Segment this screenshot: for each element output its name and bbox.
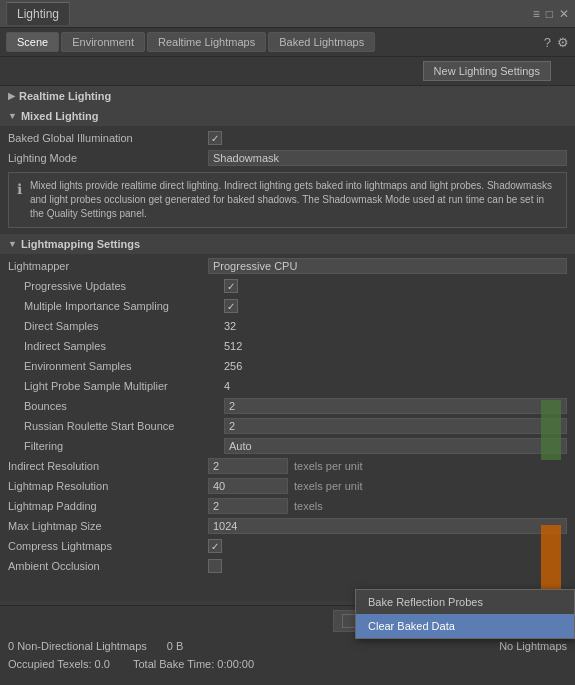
compress-lightmaps-label: Compress Lightmaps [8, 540, 208, 552]
baked-gi-checkbox[interactable]: ✓ [208, 131, 567, 145]
light-probe-value[interactable]: 4 [224, 380, 567, 392]
bottom-bottom: Occupied Texels: 0.0 Total Bake Time: 0:… [0, 656, 575, 672]
lightmap-padding-label: Lightmap Padding [8, 500, 208, 512]
size-label: 0 B [167, 640, 184, 652]
light-probe-label: Light Probe Sample Multiplier [24, 380, 224, 392]
lighting-mode-row: Lighting Mode Shadowmask [0, 148, 575, 168]
indirect-resolution-input[interactable] [208, 458, 288, 474]
lightmap-resolution-value-group: texels per unit [208, 478, 567, 494]
lightmap-resolution-row: Lightmap Resolution texels per unit [0, 476, 575, 496]
lightmapper-row: Lightmapper Progressive CPU [0, 256, 575, 276]
baked-gi-label: Baked Global Illumination [8, 132, 208, 144]
lightmapper-select[interactable]: Progressive CPU [208, 258, 567, 274]
occupied-texels-label: Occupied Texels: 0.0 [8, 658, 110, 670]
compress-lightmaps-check-icon[interactable]: ✓ [208, 539, 222, 553]
mixed-lighting-header[interactable]: ▼ Mixed Lighting [0, 106, 575, 126]
lighting-mode-label: Lighting Mode [8, 152, 208, 164]
mixed-lighting-arrow: ▼ [8, 111, 17, 121]
progressive-updates-checkbox[interactable]: ✓ [224, 279, 567, 293]
mixed-lighting-label: Mixed Lighting [21, 110, 99, 122]
side-decoration-green [541, 400, 561, 460]
multiple-importance-checkbox[interactable]: ✓ [224, 299, 567, 313]
russian-roulette-label: Russian Roulette Start Bounce [24, 420, 224, 432]
no-lightmaps-label: No Lightmaps [499, 640, 567, 652]
clear-baked-data-item[interactable]: Clear Baked Data [356, 614, 574, 638]
bottom-stats: 0 Non-Directional Lightmaps 0 B No Light… [0, 636, 575, 656]
bounces-row: Bounces 2 [0, 396, 575, 416]
russian-roulette-select[interactable]: 2 [224, 418, 567, 434]
new-lighting-settings-button[interactable]: New Lighting Settings [423, 61, 551, 81]
lightmap-padding-row: Lightmap Padding texels [0, 496, 575, 516]
direct-samples-value[interactable]: 32 [224, 320, 567, 332]
tab-environment[interactable]: Environment [61, 32, 145, 52]
bounces-select[interactable]: 2 [224, 398, 567, 414]
compress-lightmaps-checkbox[interactable]: ✓ [208, 539, 567, 553]
tab-scene[interactable]: Scene [6, 32, 59, 52]
baked-gi-check-icon[interactable]: ✓ [208, 131, 222, 145]
progressive-updates-check-icon[interactable]: ✓ [224, 279, 238, 293]
lightmapper-select-wrapper: Progressive CPU [208, 258, 567, 274]
bounces-label: Bounces [24, 400, 224, 412]
ambient-occlusion-label: Ambient Occlusion [8, 560, 208, 572]
lightmapping-settings-header[interactable]: ▼ Lightmapping Settings [0, 234, 575, 254]
close-icon[interactable]: ✕ [559, 7, 569, 21]
realtime-lighting-header[interactable]: ▶ Realtime Lighting [0, 86, 575, 106]
multiple-importance-label: Multiple Importance Sampling [24, 300, 224, 312]
lightmapping-group: Lightmapper Progressive CPU Progressive … [0, 254, 575, 578]
environment-samples-value[interactable]: 256 [224, 360, 567, 372]
tab-baked-lightmaps[interactable]: Baked Lightmaps [268, 32, 375, 52]
multiple-importance-check-icon[interactable]: ✓ [224, 299, 238, 313]
progressive-updates-label: Progressive Updates [24, 280, 224, 292]
filtering-label: Filtering [24, 440, 224, 452]
ambient-occlusion-check-icon[interactable]: ✓ [208, 559, 222, 573]
menu-icon[interactable]: ≡ [533, 7, 540, 21]
lightmaps-count-label: 0 Non-Directional Lightmaps [8, 640, 147, 652]
bottom-stat-left: 0 Non-Directional Lightmaps 0 B [8, 640, 183, 652]
dropdown-popup: Bake Reflection Probes Clear Baked Data [355, 589, 575, 639]
info-icon: ℹ [17, 180, 22, 200]
baked-gi-row: Baked Global Illumination ✓ [0, 128, 575, 148]
filtering-select-wrapper: Auto [224, 438, 567, 454]
tab-realtime-lightmaps[interactable]: Realtime Lightmaps [147, 32, 266, 52]
max-lightmap-select-wrapper: 1024 [208, 518, 567, 534]
title-bar: Lighting ≡ □ ✕ [0, 0, 575, 28]
lighting-mode-select-wrapper: Shadowmask [208, 150, 567, 166]
ambient-occlusion-row: Ambient Occlusion ✓ [0, 556, 575, 576]
indirect-resolution-label: Indirect Resolution [8, 460, 208, 472]
realtime-lighting-label: Realtime Lighting [19, 90, 111, 102]
max-lightmap-select[interactable]: 1024 [208, 518, 567, 534]
ambient-occlusion-checkbox[interactable]: ✓ [208, 559, 567, 573]
bottom-bar: ✓ Auto Generate Generate Lighting ▼ Bake… [0, 605, 575, 685]
main-area: ▶ Realtime Lighting ▼ Mixed Lighting Bak… [0, 86, 575, 601]
indirect-resolution-row: Indirect Resolution texels per unit [0, 456, 575, 476]
help-icon[interactable]: ? [544, 35, 551, 50]
lightmap-resolution-label: Lightmap Resolution [8, 480, 208, 492]
filtering-row: Filtering Auto [0, 436, 575, 456]
indirect-samples-row: Indirect Samples 512 [0, 336, 575, 356]
indirect-samples-value[interactable]: 512 [224, 340, 567, 352]
info-box: ℹ Mixed lights provide realtime direct l… [8, 172, 567, 228]
info-text: Mixed lights provide realtime direct lig… [30, 179, 558, 221]
environment-samples-row: Environment Samples 256 [0, 356, 575, 376]
lightmap-resolution-input[interactable] [208, 478, 288, 494]
multiple-importance-row: Multiple Importance Sampling ✓ [0, 296, 575, 316]
indirect-resolution-unit: texels per unit [294, 460, 362, 472]
tab-bar: Scene Environment Realtime Lightmaps Bak… [0, 28, 575, 57]
bake-reflection-probes-item[interactable]: Bake Reflection Probes [356, 590, 574, 614]
auto-generate-checkbox[interactable]: ✓ [342, 614, 356, 628]
window-title[interactable]: Lighting [6, 2, 70, 25]
lightmap-padding-input[interactable] [208, 498, 288, 514]
indirect-samples-label: Indirect Samples [24, 340, 224, 352]
russian-roulette-select-wrapper: 2 [224, 418, 567, 434]
maximize-icon[interactable]: □ [546, 7, 553, 21]
lightmapper-label: Lightmapper [8, 260, 208, 272]
lightmap-padding-value-group: texels [208, 498, 567, 514]
lighting-mode-select[interactable]: Shadowmask [208, 150, 567, 166]
light-probe-row: Light Probe Sample Multiplier 4 [0, 376, 575, 396]
bottom-stat-right: No Lightmaps [499, 640, 567, 652]
settings-icon[interactable]: ⚙ [557, 35, 569, 50]
direct-samples-label: Direct Samples [24, 320, 224, 332]
total-bake-time-label: Total Bake Time: 0:00:00 [133, 658, 254, 670]
progressive-updates-row: Progressive Updates ✓ [0, 276, 575, 296]
filtering-select[interactable]: Auto [224, 438, 567, 454]
